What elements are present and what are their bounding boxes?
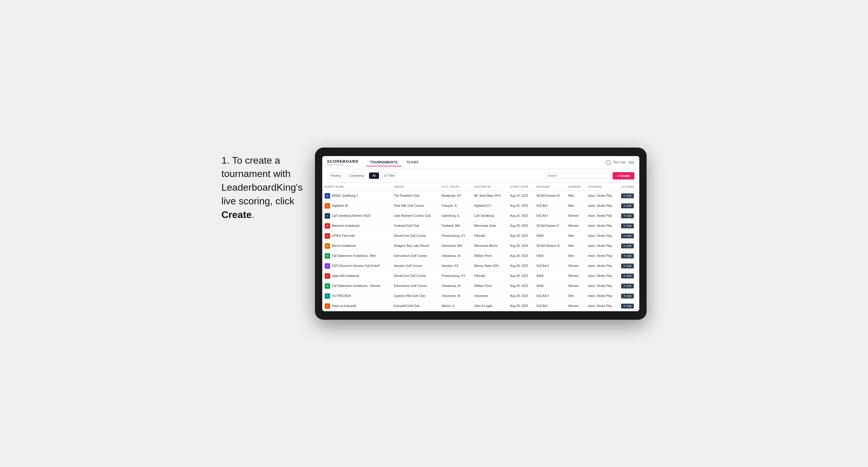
event-name-cell: U upike fall invitational <box>322 271 392 281</box>
division-cell: NCAA Division II <box>534 221 566 231</box>
venue-cell: Cypress Hills Golf Club <box>392 291 439 301</box>
gender-cell: Women <box>566 281 586 291</box>
annotation-bold: Create <box>221 209 252 220</box>
col-event-name: EVENT NAME <box>322 183 392 191</box>
nav-tab-teams[interactable]: TEAMS <box>402 158 423 166</box>
competing-filter-btn[interactable]: Competing <box>346 173 367 179</box>
nav-tab-tournaments[interactable]: TOURNAMENTS <box>366 158 402 166</box>
actions-cell: ✎ Edit <box>619 231 639 241</box>
edit-button[interactable]: ✎ Edit <box>621 214 634 218</box>
scoring-cell: team, Stroke Play <box>586 191 619 201</box>
team-logo: U <box>325 233 330 239</box>
start-date-cell: Aug 28, 2023 <box>507 301 534 311</box>
filter-label: Filter <box>388 174 395 177</box>
start-date-cell: Aug 28, 2023 <box>507 271 534 281</box>
edit-button[interactable]: ✎ Edit <box>621 253 634 258</box>
edit-icon: ✎ <box>623 244 626 247</box>
event-name: upike fall invitational <box>332 274 359 278</box>
col-gender: GENDER <box>566 183 586 191</box>
city-state-cell: Hesston, KS <box>439 261 472 271</box>
city-state-cell: Prestonsburg, KY <box>439 231 472 241</box>
team-logo: K <box>325 303 330 309</box>
event-name-cell: H 2023 Women's Hesston Fall Kickoff <box>322 261 392 271</box>
sign-label[interactable]: Sign <box>628 161 634 164</box>
edit-button[interactable]: ✎ Edit <box>621 234 634 238</box>
actions-cell: ✎ Edit <box>619 291 639 301</box>
event-name: 2023 Women's Hesston Fall Kickoff <box>332 264 380 268</box>
city-state-cell: Newburgh, NY <box>439 191 472 201</box>
city-state-cell: Freeport, IL <box>439 201 472 211</box>
gender-cell: Men <box>566 191 586 201</box>
nav-tabs: TOURNAMENTS TEAMS <box>366 158 423 166</box>
edit-icon: ✎ <box>623 235 626 238</box>
edit-icon: ✎ <box>623 214 626 217</box>
venue-cell: Park Hills Golf Course <box>392 201 439 211</box>
actions-cell: ✎ Edit <box>619 211 639 221</box>
start-date-cell: Aug 28, 2023 <box>507 251 534 261</box>
gear-icon[interactable] <box>606 160 611 165</box>
edit-icon: ✎ <box>623 194 626 197</box>
edit-button[interactable]: ✎ Edit <box>621 274 634 278</box>
event-name: Fall Statesmen Invitational - Women <box>332 284 380 287</box>
edit-button[interactable]: ✎ Edit <box>621 284 634 288</box>
logo-area: SCOREBOARD Powered by clippl <box>327 159 359 166</box>
col-division: DIVISION <box>534 183 566 191</box>
gender-cell: Women <box>566 221 586 231</box>
start-date-cell: Aug 28, 2023 <box>507 221 534 231</box>
actions-cell: ✎ Edit <box>619 251 639 261</box>
hosted-by-cell: Minnesota State <box>472 221 507 231</box>
hosted-by-cell: Minnesota-Morris <box>472 241 507 251</box>
edit-icon: ✎ <box>623 224 626 227</box>
edit-button[interactable]: ✎ Edit <box>621 204 634 208</box>
annotation-period: . <box>252 209 254 220</box>
tablet-screen: SCOREBOARD Powered by clippl TOURNAMENTS… <box>322 156 639 311</box>
table-row: W Fall Statesmen Invitational - Men Edmu… <box>322 251 639 261</box>
venue-cell: StoneCrest Golf Course <box>392 231 439 241</box>
hosted-by-cell: Carl Sandburg <box>472 211 507 221</box>
edit-button[interactable]: ✎ Edit <box>621 193 634 198</box>
actions-cell: ✎ Edit <box>619 281 639 291</box>
scoring-cell: team, Stroke Play <box>586 261 619 271</box>
table-row: M MSMC Qualifying 1 The Powelton Club Ne… <box>322 191 639 201</box>
venue-cell: The Powelton Club <box>392 191 439 201</box>
event-name-cell: M MSMC Qualifying 1 <box>322 191 392 201</box>
scoring-cell: team, Stroke Play <box>586 241 619 251</box>
event-name: VU PREVIEW <box>332 294 351 298</box>
team-logo: M <box>325 193 330 198</box>
actions-cell: ✎ Edit <box>619 301 639 311</box>
event-name: Highland 36 <box>332 204 348 207</box>
edit-button[interactable]: ✎ Edit <box>621 263 634 269</box>
edit-button[interactable]: ✎ Edit <box>621 304 634 309</box>
edit-icon: ✎ <box>623 254 626 257</box>
nav-right: Test User Sign <box>606 160 634 165</box>
city-state-cell: Oskaloosa, IA <box>439 251 472 261</box>
edit-button[interactable]: ✎ Edit <box>621 244 634 248</box>
tournament-table: EVENT NAME VENUE CITY, STATE HOSTED BY S… <box>322 183 639 311</box>
create-button[interactable]: + Create <box>613 172 634 180</box>
division-cell: NJCAA I <box>534 211 566 221</box>
actions-cell: ✎ Edit <box>619 221 639 231</box>
scoring-cell: team, Stroke Play <box>586 281 619 291</box>
hosting-filter-btn[interactable]: Hosting <box>327 173 344 179</box>
division-cell: NAIA <box>534 231 566 241</box>
start-date-cell: Aug 25, 2023 <box>507 201 534 211</box>
search-input[interactable] <box>544 173 611 179</box>
edit-icon: ✎ <box>623 275 626 278</box>
tournament-table-container: EVENT NAME VENUE CITY, STATE HOSTED BY S… <box>322 183 639 311</box>
city-state-cell: Vincennes, IN <box>439 291 472 301</box>
event-name: Maverick Invitational <box>332 224 360 227</box>
gender-cell: Men <box>566 241 586 251</box>
edit-button[interactable]: ✎ Edit <box>621 293 634 299</box>
all-filter-btn[interactable]: All <box>369 173 379 179</box>
team-logo: W <box>325 253 330 259</box>
team-logo: C <box>325 213 330 219</box>
filter-icon-btn[interactable]: ☰ Filter <box>381 173 398 179</box>
start-date-cell: Aug 26, 2023 <box>507 211 534 221</box>
table-header: EVENT NAME VENUE CITY, STATE HOSTED BY S… <box>322 183 639 191</box>
edit-button[interactable]: ✎ Edit <box>621 223 634 228</box>
division-cell: NJCAA II <box>534 291 566 301</box>
actions-cell: ✎ Edit <box>619 261 639 271</box>
table-body: M MSMC Qualifying 1 The Powelton Club Ne… <box>322 191 639 311</box>
scoring-cell: team, Stroke Play <box>586 251 619 261</box>
scoring-cell: team, Stroke Play <box>586 201 619 211</box>
